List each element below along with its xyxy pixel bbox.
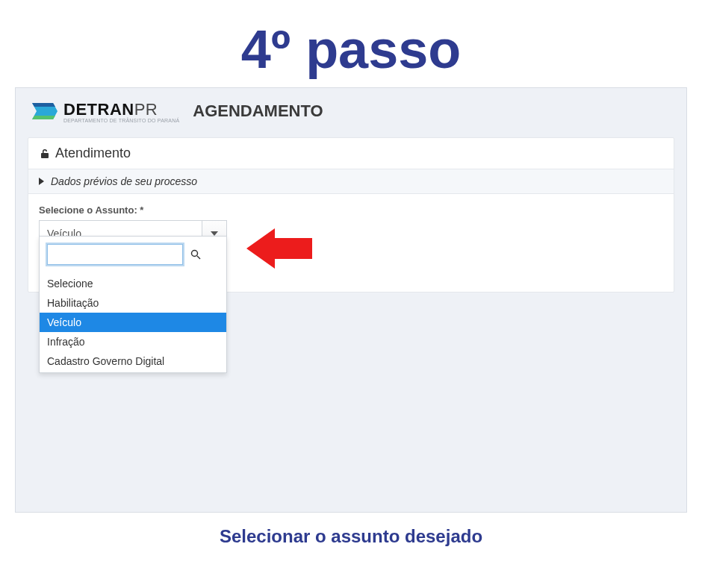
dropdown-option-list: SelecioneHabilitaçãoVeículoInfraçãoCadas… [40,269,226,371]
dropdown-search-row [40,241,226,269]
hint-arrow-icon [246,227,314,273]
assunto-dropdown-panel: SelecioneHabilitaçãoVeículoInfraçãoCadas… [39,236,227,373]
svg-marker-1 [32,103,55,107]
svg-marker-2 [32,116,55,119]
logo-brand-light: PR [134,100,158,119]
svg-point-5 [192,251,198,257]
app-header: DETRANPR DEPARTAMENTO DE TRÂNSITO DO PAR… [16,88,686,137]
page-title: AGENDAMENTO [193,101,323,121]
card-title-row: Atendimento [28,138,674,169]
logo: DETRANPR DEPARTAMENTO DE TRÂNSITO DO PAR… [31,98,179,124]
step-title: 4º passo [0,0,702,87]
form-area: Selecione o Assunto: * Veículo [28,194,674,292]
logo-brand-bold: DETRAN [63,100,134,119]
svg-marker-3 [39,178,44,185]
collapse-toggle[interactable]: Dados prévios de seu processo [28,169,674,194]
dropdown-option[interactable]: Habilitação [40,293,226,313]
dropdown-search-input[interactable] [47,244,183,265]
step-caption: Selecionar o assunto desejado [0,526,702,547]
collapse-label: Dados prévios de seu processo [51,175,197,187]
logo-text: DETRANPR DEPARTAMENTO DE TRÂNSITO DO PAR… [63,100,179,123]
logo-subtext: DEPARTAMENTO DE TRÂNSITO DO PARANÁ [63,118,179,123]
app-panel: DETRANPR DEPARTAMENTO DE TRÂNSITO DO PAR… [15,87,687,513]
assunto-label: Selecione o Assunto: * [39,204,663,216]
caret-right-icon [39,178,45,185]
unlock-icon [39,148,51,160]
search-icon[interactable] [190,249,201,260]
dropdown-option[interactable]: Infração [40,332,226,351]
content-card: Atendimento Dados prévios de seu process… [28,137,674,293]
detran-logo-icon [31,98,59,124]
dropdown-option[interactable]: Selecione [40,274,226,293]
dropdown-option[interactable]: Veículo [40,313,226,332]
svg-line-6 [197,256,200,259]
dropdown-option[interactable]: Cadastro Governo Digital [40,351,226,371]
svg-marker-7 [246,228,312,269]
card-title: Atendimento [55,146,131,161]
